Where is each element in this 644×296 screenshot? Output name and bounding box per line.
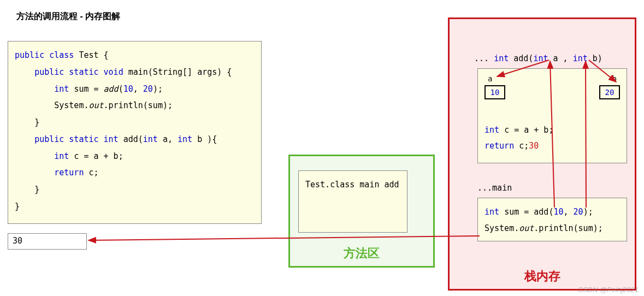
t: b ){ xyxy=(197,134,217,144)
t: .println(sum); xyxy=(104,100,173,110)
t: c = a + b; xyxy=(74,151,123,161)
t: public xyxy=(34,134,64,144)
method-area-content: Test.class main add xyxy=(298,170,407,233)
t: System. xyxy=(54,100,88,110)
t: add xyxy=(104,84,119,94)
main-label: ...main xyxy=(477,183,512,193)
return-value: 30 xyxy=(529,141,539,151)
t: class xyxy=(49,50,74,60)
t: } xyxy=(15,202,20,211)
t: Test.class xyxy=(305,180,355,190)
t: public xyxy=(15,50,44,60)
t: main(String[] args) { xyxy=(128,67,232,77)
t: Test { xyxy=(79,50,108,60)
t: out xyxy=(519,223,534,233)
t: a , xyxy=(553,54,568,63)
t: return xyxy=(485,141,514,151)
t: out xyxy=(88,100,103,110)
t: sum = add( xyxy=(504,207,553,217)
t: System. xyxy=(485,223,519,233)
var-b-label: b xyxy=(612,74,617,83)
add-frame-code: int c = a + b;return c;30 xyxy=(485,122,553,153)
t: ); xyxy=(583,207,593,217)
t: } xyxy=(34,185,39,194)
t: c = a + b; xyxy=(504,125,553,135)
t: int xyxy=(104,134,119,144)
t: int xyxy=(485,125,499,135)
t: static xyxy=(69,134,98,144)
watermark: CSDN @Peihj2021 xyxy=(578,286,639,294)
var-a-label: a xyxy=(488,74,492,83)
t: 20 xyxy=(143,84,153,94)
t: return xyxy=(54,168,84,177)
t: int xyxy=(533,54,548,63)
t: add( xyxy=(123,134,143,144)
t: int xyxy=(494,54,509,63)
t: void xyxy=(104,67,123,77)
add-stack-frame: a 10 b 20 int c = a + b;return c;30 xyxy=(477,68,627,163)
t: int xyxy=(143,134,158,144)
t: ... xyxy=(474,54,489,63)
add-signature: ... int add(int a , int b) xyxy=(474,54,602,63)
t: a, xyxy=(163,134,173,144)
t: } xyxy=(34,117,39,127)
t: , xyxy=(133,84,138,94)
page-title: 方法的调用流程 - 内存图解 xyxy=(16,11,120,22)
t: add xyxy=(385,180,399,190)
source-code-box: public class Test { public static void m… xyxy=(8,41,262,224)
t: ); xyxy=(153,84,163,94)
t: main xyxy=(359,180,379,190)
var-a-box: 10 xyxy=(485,85,505,99)
t: int xyxy=(54,151,69,161)
stack-label: 栈内存 xyxy=(450,268,635,285)
method-area-label: 方法区 xyxy=(290,245,433,262)
t: add( xyxy=(513,54,533,63)
t: sum = xyxy=(74,84,98,94)
t: .println(sum); xyxy=(534,223,602,233)
t: 10 xyxy=(123,84,133,94)
t: c; xyxy=(88,168,98,177)
t: ( xyxy=(119,84,123,94)
main-stack-frame: int sum = add(10, 20);System.out.println… xyxy=(477,198,627,241)
t: b) xyxy=(593,54,602,63)
t: public xyxy=(34,67,64,77)
var-b-box: 20 xyxy=(599,85,620,99)
t: , xyxy=(564,207,569,217)
t: int xyxy=(573,54,588,63)
output-box: 30 xyxy=(8,233,87,250)
t: static xyxy=(69,67,98,77)
t: c; xyxy=(519,141,529,151)
t: int xyxy=(178,134,192,144)
t: int xyxy=(485,207,499,217)
t: 10 xyxy=(553,207,563,217)
t: 20 xyxy=(574,207,583,217)
t: int xyxy=(54,84,69,94)
